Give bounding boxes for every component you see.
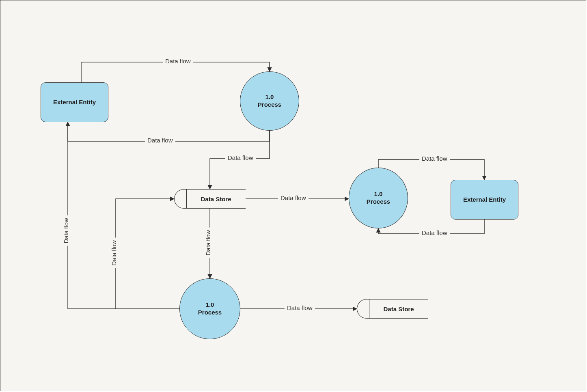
node-label: Process (367, 198, 390, 206)
external-entity-1[interactable]: External Entity (41, 82, 108, 122)
process-3[interactable]: 1.0 Process (179, 278, 240, 339)
flow-label: Data flow (225, 154, 256, 161)
data-store-2[interactable]: Data Store (357, 299, 428, 319)
flow-label: Data flow (419, 229, 450, 236)
node-label: Data Store (369, 299, 428, 319)
node-number: 1.0 (265, 93, 274, 101)
external-entity-2[interactable]: External Entity (451, 180, 518, 220)
flow-label: Data flow (278, 194, 309, 201)
data-store-1[interactable]: Data Store (174, 189, 246, 209)
flow-label: Data flow (205, 228, 211, 258)
flow-label: Data flow (163, 58, 193, 65)
node-label: External Entity (53, 99, 96, 106)
node-label: External Entity (463, 196, 506, 204)
flow-entity1-to-process1 (81, 62, 270, 82)
node-label: Data Store (186, 189, 246, 209)
flow-process3-to-entity1 (68, 122, 179, 309)
flow-label: Data flow (145, 137, 175, 144)
flow-label: Data flow (63, 215, 69, 246)
node-label: Process (198, 309, 222, 317)
diagram-canvas: Data flow Data flow Data flow Data flow … (0, 0, 586, 391)
flow-label: Data flow (285, 304, 315, 311)
node-number: 1.0 (206, 301, 214, 309)
flow-process3-to-datastore1 (116, 199, 174, 309)
process-1[interactable]: 1.0 Process (240, 71, 299, 131)
flow-label: Data flow (419, 155, 450, 162)
process-2[interactable]: 1.0 Process (349, 168, 408, 228)
flow-label: Data flow (110, 238, 117, 268)
node-label: Process (258, 101, 281, 109)
node-number: 1.0 (374, 190, 383, 198)
